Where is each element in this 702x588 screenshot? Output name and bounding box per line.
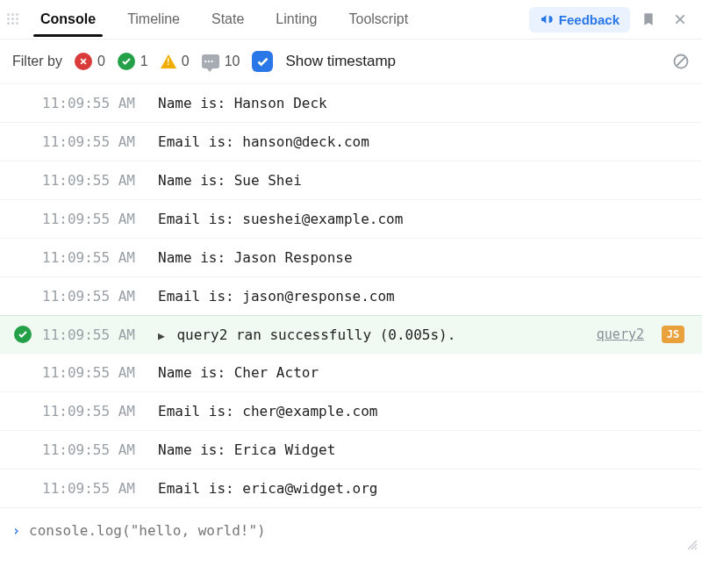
log-row[interactable]: 11:09:55 AM Email is: hanson@deck.com [0,122,702,161]
log-message: Email is: jason@response.com [158,288,684,305]
log-row-success[interactable]: 11:09:55 AM ▶ query2 ran successfully (0… [0,315,702,354]
message-icon: ••• [202,54,219,68]
log-row[interactable]: 11:09:55 AM Name is: Erica Widget [0,430,702,469]
log-timestamp: 11:09:55 AM [42,288,147,305]
feedback-button[interactable]: Feedback [529,7,630,32]
filter-message[interactable]: ••• 10 [202,54,240,69]
log-source-link[interactable]: query2 [597,326,644,342]
tab-state[interactable]: State [204,3,251,37]
drag-grip-icon[interactable] [7,13,19,25]
error-icon [75,53,92,70]
filter-bar: Filter by 0 1 ! 0 ••• 10 Show timestamp [0,39,702,83]
tab-bar: Console Timeline State Linting Toolscrip… [0,0,702,39]
log-message: Name is: Hanson Deck [158,95,684,111]
prompt-caret-icon: › [12,523,20,539]
tab-linting[interactable]: Linting [269,3,324,37]
tab-toolscript[interactable]: Toolscript [342,3,416,37]
close-icon[interactable] [667,6,693,32]
log-message: Name is: Sue Shei [158,172,684,189]
log-row[interactable]: 11:09:55 AM Email is: cher@example.com [0,391,702,430]
log-timestamp: 11:09:55 AM [42,211,147,227]
log-row[interactable]: 11:09:55 AM Name is: Hanson Deck [0,83,702,122]
log-timestamp: 11:09:55 AM [42,403,147,419]
clear-console-button[interactable] [672,53,690,70]
log-timestamp: 11:09:55 AM [42,326,147,343]
log-row[interactable]: 11:09:55 AM Name is: Jason Response [0,238,702,276]
filter-success[interactable]: 1 [118,53,148,70]
tab-timeline[interactable]: Timeline [120,3,187,37]
log-message: Name is: Erica Widget [158,441,684,458]
log-row[interactable]: 11:09:55 AM Email is: sueshei@example.co… [0,199,702,238]
success-count: 1 [140,54,148,69]
js-badge: JS [662,326,684,343]
log-row[interactable]: 11:09:55 AM Name is: Cher Actor [0,353,702,391]
error-count: 0 [97,54,105,69]
resize-grip-icon[interactable] [686,539,698,551]
log-timestamp: 11:09:55 AM [42,172,147,189]
log-timestamp: 11:09:55 AM [42,95,147,111]
expand-caret-icon[interactable]: ▶ [158,329,165,342]
console-input-row: › [0,507,702,553]
success-icon [14,326,32,343]
log-row[interactable]: 11:09:55 AM Name is: Sue Shei [0,161,702,199]
bookmark-icon[interactable] [635,6,662,32]
log-message: ▶ query2 ran successfully (0.005s). [158,326,586,343]
log-message: Name is: Jason Response [158,249,684,266]
message-count: 10 [225,54,240,69]
show-timestamp-checkbox[interactable] [252,51,273,72]
log-timestamp: 11:09:55 AM [42,441,147,458]
filter-error[interactable]: 0 [75,53,105,70]
clear-icon [672,53,690,70]
console-log-list: 11:09:55 AM Name is: Hanson Deck 11:09:5… [0,83,702,507]
log-message: Name is: Cher Actor [158,364,684,381]
console-input[interactable] [29,522,690,539]
warning-count: 0 [182,54,190,69]
log-timestamp: 11:09:55 AM [42,249,147,266]
show-timestamp-label: Show timestamp [285,53,396,70]
log-message: Email is: erica@widget.org [158,480,684,497]
log-timestamp: 11:09:55 AM [42,364,147,381]
megaphone-icon [540,12,554,26]
tab-console[interactable]: Console [33,3,103,37]
log-message: Email is: hanson@deck.com [158,133,684,150]
log-message: Email is: cher@example.com [158,403,684,419]
warning-icon: ! [161,54,176,68]
feedback-label: Feedback [559,12,620,27]
log-message: Email is: sueshei@example.com [158,211,684,227]
log-timestamp: 11:09:55 AM [42,133,147,150]
filter-warning[interactable]: ! 0 [161,54,190,69]
log-timestamp: 11:09:55 AM [42,480,147,497]
log-row[interactable]: 11:09:55 AM Email is: erica@widget.org [0,469,702,507]
log-row[interactable]: 11:09:55 AM Email is: jason@response.com [0,276,702,315]
success-icon [118,53,135,70]
filter-by-label: Filter by [12,54,62,69]
log-message-text: query2 ran successfully (0.005s). [176,326,455,343]
